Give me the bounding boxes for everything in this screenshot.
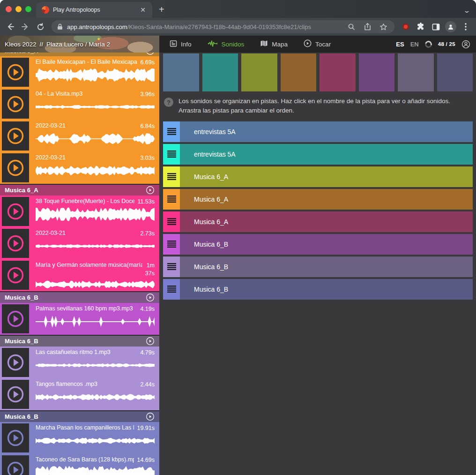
- address-bar[interactable]: app.antropoloops.com/Kleos-Santa-Marina/…: [52, 20, 394, 33]
- nav-item-sonidos[interactable]: Sonidos: [208, 40, 245, 49]
- track-row[interactable]: Musica 6_B: [163, 256, 473, 277]
- clip-play-button[interactable]: [2, 423, 29, 452]
- clip-play-button[interactable]: [2, 380, 29, 409]
- clip-waveform: [36, 466, 155, 475]
- clip-item[interactable]: María y Germán solamente música(maría 2.…: [0, 259, 159, 291]
- side-panel-icon[interactable]: [429, 20, 442, 33]
- section-header[interactable]: Musica 6_A: [0, 185, 159, 196]
- forward-button[interactable]: [19, 20, 32, 33]
- clip-play-button[interactable]: [2, 58, 29, 87]
- nav-item-mapa[interactable]: Mapa: [260, 40, 288, 48]
- track-drag-handle[interactable]: [163, 144, 180, 165]
- drag-bars-icon: [167, 196, 176, 203]
- tab-close-icon[interactable]: ✕: [138, 6, 148, 14]
- clip-title: María y Germán solamente música(maría 2.…: [36, 262, 142, 268]
- clip-item[interactable]: Marcha Pasan los campanilleros Las Mejor…: [0, 422, 159, 454]
- track-drag-handle[interactable]: [163, 256, 180, 277]
- account-icon[interactable]: [461, 40, 470, 49]
- track-row[interactable]: Musica 6_B: [163, 234, 473, 255]
- clip-play-button[interactable]: [2, 455, 29, 475]
- section-play-button[interactable]: [146, 337, 155, 346]
- track-swatch-7[interactable]: [398, 53, 434, 91]
- section-header[interactable]: Musica 6_B: [0, 292, 159, 303]
- clip-item[interactable]: Palmas sevillanas 160 bpm mp3.mp34.19s: [0, 303, 159, 335]
- clip-play-button[interactable]: [2, 197, 29, 226]
- section-header[interactable]: Musica 6_B: [0, 336, 159, 347]
- close-window-button[interactable]: [6, 6, 12, 12]
- record-extension-icon[interactable]: [399, 20, 412, 33]
- track-name: Musica 6_B: [180, 256, 473, 277]
- browser-menu-kebab-icon[interactable]: [459, 20, 472, 33]
- track-drag-handle[interactable]: [163, 211, 180, 232]
- section-play-button[interactable]: [146, 293, 155, 302]
- track-row[interactable]: Musica 6_A: [163, 211, 473, 232]
- track-swatch-6[interactable]: [359, 53, 395, 91]
- section-label: Musica 6_B: [5, 413, 38, 420]
- track-drag-handle[interactable]: [163, 234, 180, 255]
- clip-item[interactable]: 2022-03-213.03s: [0, 152, 159, 184]
- clip-main: Tangos flamencos .mp32.44s: [29, 380, 156, 409]
- clip-play-button[interactable]: [2, 90, 29, 119]
- share-icon[interactable]: [361, 20, 374, 33]
- track-drag-handle[interactable]: [163, 121, 180, 142]
- track-swatch-3[interactable]: [241, 53, 277, 91]
- section-header[interactable]: Musica 6_B: [0, 411, 159, 422]
- clip-item[interactable]: 38 Toque Funebre(Muerte) - Los Doce Par.…: [0, 196, 159, 227]
- nav-item-tocar[interactable]: Tocar: [304, 39, 331, 49]
- track-row[interactable]: entrevistas 5A: [163, 121, 473, 142]
- nav-item-info[interactable]: Info: [170, 40, 192, 49]
- clip-item[interactable]: Las castañuelas ritmo 1.mp34.79s: [0, 347, 159, 378]
- zoom-icon[interactable]: [345, 20, 358, 33]
- clip-item[interactable]: Tangos flamencos .mp32.44s: [0, 378, 159, 410]
- track-swatch-2[interactable]: [202, 53, 238, 91]
- language-en-button[interactable]: EN: [410, 41, 419, 48]
- tab-search-chevron-icon[interactable]: ⌄: [463, 7, 470, 14]
- maximize-window-button[interactable]: [25, 6, 31, 12]
- clip-play-button[interactable]: [2, 304, 29, 333]
- profile-avatar[interactable]: [444, 20, 457, 33]
- clip-play-button[interactable]: [2, 153, 29, 182]
- clip-item[interactable]: El Baile Mexicapan - El Baile Mexicapan.…: [0, 56, 159, 88]
- section-header[interactable]: Musica 6_A: [0, 53, 159, 56]
- track-swatch-8[interactable]: [437, 53, 473, 91]
- track-row[interactable]: Musica 6_A: [163, 189, 473, 210]
- track-swatch-1[interactable]: [163, 53, 199, 91]
- section-play-button[interactable]: [146, 53, 155, 55]
- clip-play-button[interactable]: [2, 121, 29, 151]
- bookmark-star-icon[interactable]: [377, 20, 390, 33]
- clip-item[interactable]: 2022-03-212.73s: [0, 227, 159, 259]
- minimize-window-button[interactable]: [15, 6, 22, 12]
- section-label: Musica 6_B: [5, 338, 38, 345]
- play-icon: [6, 202, 25, 221]
- reload-button[interactable]: [34, 20, 47, 33]
- language-es-button[interactable]: ES: [396, 41, 404, 48]
- extensions-puzzle-icon[interactable]: [414, 20, 427, 33]
- new-tab-button[interactable]: +: [152, 4, 171, 18]
- track-row[interactable]: Musica 6_A: [163, 166, 473, 187]
- track-row[interactable]: entrevistas 5A: [163, 144, 473, 165]
- clip-item[interactable]: Taconeo de Sara Baras (128 kbps).mp314.6…: [0, 454, 159, 475]
- clip-play-button[interactable]: [2, 229, 29, 258]
- tab-strip: Play Antropoloops ✕ + ⌄: [0, 0, 476, 18]
- track-name: entrevistas 5A: [180, 144, 473, 165]
- track-drag-handle[interactable]: [163, 189, 180, 210]
- nav-item-label: Mapa: [272, 41, 288, 48]
- clip-item[interactable]: 04 - La Visita.mp33.96s: [0, 88, 159, 120]
- browser-tab[interactable]: Play Antropoloops ✕: [36, 2, 152, 18]
- drag-bars-icon: [167, 241, 176, 248]
- breadcrumb-project: Kleos 2022: [5, 41, 37, 48]
- clip-play-button[interactable]: [2, 261, 29, 290]
- clip-play-button[interactable]: [2, 348, 29, 377]
- section-label: Musica 6_A: [5, 53, 38, 54]
- back-button[interactable]: [4, 20, 17, 33]
- track-drag-handle[interactable]: [163, 279, 180, 300]
- track-swatch-4[interactable]: [281, 53, 317, 91]
- play-icon: [6, 385, 25, 404]
- section-play-button[interactable]: [146, 186, 155, 195]
- clip-main: Taconeo de Sara Baras (128 kbps).mp314.6…: [29, 455, 156, 475]
- clip-item[interactable]: 2022-03-216.84s: [0, 120, 159, 152]
- track-drag-handle[interactable]: [163, 166, 180, 187]
- track-row[interactable]: Musica 6_B: [163, 279, 473, 300]
- section-play-button[interactable]: [146, 412, 155, 421]
- track-swatch-5[interactable]: [320, 53, 356, 91]
